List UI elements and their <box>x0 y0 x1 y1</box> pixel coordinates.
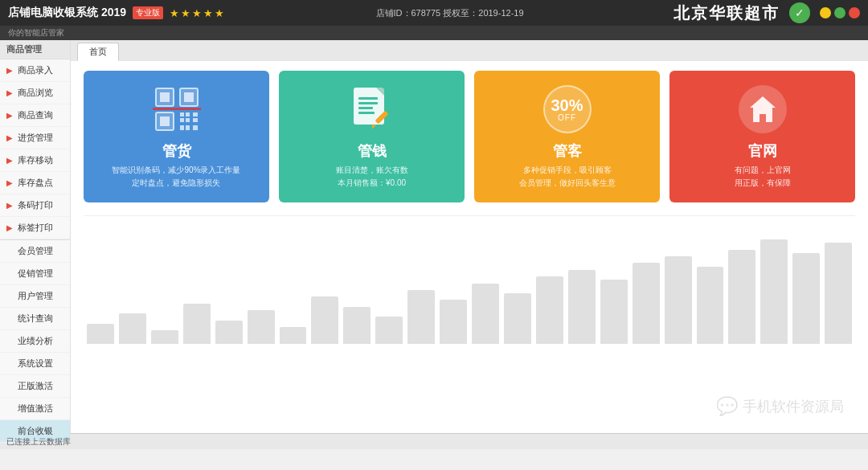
svg-rect-12 <box>186 125 190 130</box>
store-info: 店铺ID：678775 授权至：2019-12-19 <box>376 7 524 19</box>
svg-marker-24 <box>750 96 776 122</box>
sidebar-item-activation[interactable]: 正版激活 <box>0 375 70 398</box>
sidebar-item-settings[interactable]: 系统设置 <box>0 353 70 375</box>
title-right: 北京华联超市 ✓ <box>674 2 860 24</box>
status-indicator: ✓ <box>789 2 810 23</box>
svg-rect-11 <box>180 125 184 130</box>
chart-bar-group <box>151 330 178 344</box>
svg-rect-14 <box>193 125 198 130</box>
svg-rect-8 <box>193 112 198 116</box>
chart-bar-group <box>343 307 371 344</box>
sidebar-item-user-mgmt[interactable]: 用户管理 <box>0 285 70 308</box>
chart-bar-group <box>472 284 499 344</box>
chart-bar <box>440 300 467 344</box>
chart-bar-group <box>825 243 852 344</box>
chart-bar <box>87 324 114 344</box>
sidebar-label: 进货管理 <box>18 132 53 144</box>
chart-bar-group <box>633 263 660 344</box>
tabs-bar: 首页 <box>71 40 868 61</box>
chart-bar-group <box>697 267 724 344</box>
minimize-button[interactable] <box>820 7 831 18</box>
sidebar-label: 库存盘点 <box>18 177 53 189</box>
chart-bar <box>633 263 660 344</box>
card-guanke-title: 管客 <box>553 141 582 161</box>
main-layout: 商品管理 ▶ 商品录入 ▶ 商品浏览 ▶ 商品查询 ▶ 进货管理 ▶ 库存移动 … <box>0 40 868 433</box>
title-bar: 店铺电脑收银系统 2019 专业版 ★★★★★ 店铺ID：678775 授权至：… <box>0 0 868 26</box>
sidebar-item-product-query[interactable]: ▶ 商品查询 <box>0 104 70 127</box>
chart-bar-group <box>568 270 596 344</box>
document-icon <box>346 84 398 135</box>
tab-home[interactable]: 首页 <box>77 43 119 61</box>
chart-bar-group <box>280 327 307 344</box>
svg-rect-20 <box>358 107 373 109</box>
sidebar-item-product-entry[interactable]: ▶ 商品录入 <box>0 59 70 82</box>
card-guanwang[interactable]: 官网 有问题，上官网用正版，有保障 <box>669 71 855 202</box>
sidebar-item-inventory-check[interactable]: ▶ 库存盘点 <box>0 172 70 194</box>
sidebar-item-stats[interactable]: 统计查询 <box>0 308 70 330</box>
card-guanqian-title: 管钱 <box>358 141 387 161</box>
discount-badge-icon: 30% OFF <box>542 84 593 135</box>
card-guanke[interactable]: 30% OFF 管客 多种促销手段，吸引顾客会员管理，做好回头客生意 <box>474 71 660 202</box>
chart-bar-group <box>87 324 114 344</box>
chart-bar <box>248 310 275 344</box>
brand-name: 北京华联超市 <box>674 2 780 24</box>
chart-bar-group <box>536 276 563 344</box>
svg-rect-21 <box>358 112 375 114</box>
sidebar-item-value-activation[interactable]: 增值激活 <box>0 398 70 420</box>
arrow-icon: ▶ <box>6 133 14 142</box>
sidebar-item-product-browse[interactable]: ▶ 商品浏览 <box>0 82 70 104</box>
svg-rect-18 <box>358 97 378 100</box>
sidebar-item-member[interactable]: 会员管理 <box>0 240 70 263</box>
sidebar-item-inventory-move[interactable]: ▶ 库存移动 <box>0 149 70 172</box>
chart-bar <box>665 256 692 344</box>
maximize-button[interactable] <box>834 7 845 18</box>
svg-rect-19 <box>358 102 378 104</box>
card-guanqian-desc: 账目清楚，账欠有数本月销售额：¥0.00 <box>336 164 408 190</box>
arrow-icon: ▶ <box>6 66 14 75</box>
sidebar-label: 标签打印 <box>18 222 53 234</box>
sidebar-item-label-print[interactable]: ▶ 标签打印 <box>0 217 70 239</box>
sidebar-label: 条码打印 <box>18 199 53 211</box>
sidebar-bottom-section: 会员管理 促销管理 用户管理 统计查询 业绩分析 系统设置 正版激活 增值激活 … <box>0 239 70 443</box>
arrow-icon: ▶ <box>6 88 14 97</box>
arrow-icon: ▶ <box>6 178 14 187</box>
chart-bar <box>536 276 563 344</box>
chart-bar <box>568 270 596 344</box>
sidebar-item-barcode-print[interactable]: ▶ 条码打印 <box>0 194 70 217</box>
rating-stars: ★★★★★ <box>170 7 226 19</box>
card-guanqian[interactable]: 管钱 账目清楚，账欠有数本月销售额：¥0.00 <box>279 71 465 202</box>
svg-rect-15 <box>153 108 201 110</box>
chart-bar-group <box>665 256 692 344</box>
sidebar-label: 商品浏览 <box>18 87 53 99</box>
chart-bar-group <box>440 300 467 344</box>
card-guanhuo[interactable]: 管货 智能识别条码，减少90%录入工作量定时盘点，避免隐形损失 <box>84 71 269 202</box>
chart-bar-group <box>119 313 146 344</box>
chart-bar <box>311 296 338 344</box>
svg-rect-9 <box>180 118 184 122</box>
sidebar: 商品管理 ▶ 商品录入 ▶ 商品浏览 ▶ 商品查询 ▶ 进货管理 ▶ 库存移动 … <box>0 40 71 433</box>
chart-bar-group <box>407 290 435 344</box>
chart-bar <box>760 239 788 344</box>
app-name: 店铺电脑收银系统 2019 <box>8 6 126 20</box>
svg-rect-10 <box>186 118 190 122</box>
card-guanhuo-title: 管货 <box>162 141 191 161</box>
sidebar-item-promotion[interactable]: 促销管理 <box>0 263 70 285</box>
sidebar-section-title: 商品管理 <box>0 40 70 59</box>
bottom-bar: 已连接上云数据库 <box>0 433 868 449</box>
page-content: 管货 智能识别条码，减少90%录入工作量定时盘点，避免隐形损失 <box>71 61 868 433</box>
close-button[interactable] <box>849 7 860 18</box>
content-area: 首页 <box>71 40 868 433</box>
sidebar-item-performance[interactable]: 业绩分析 <box>0 330 70 353</box>
qr-code-icon <box>151 84 203 135</box>
home-icon <box>737 84 788 135</box>
chart-bar-group <box>600 280 628 344</box>
svg-rect-5 <box>160 116 170 126</box>
window-controls <box>820 7 860 18</box>
card-guanhuo-desc: 智能识别条码，减少90%录入工作量定时盘点，避免隐形损失 <box>112 164 240 190</box>
sidebar-item-purchase[interactable]: ▶ 进货管理 <box>0 127 70 149</box>
watermark: 💬 手机软件资源局 <box>716 396 844 417</box>
svg-rect-6 <box>180 112 184 116</box>
chart-bar-group <box>311 296 338 344</box>
card-guanwang-desc: 有问题，上官网用正版，有保障 <box>735 164 791 190</box>
chart-bar <box>504 293 531 344</box>
